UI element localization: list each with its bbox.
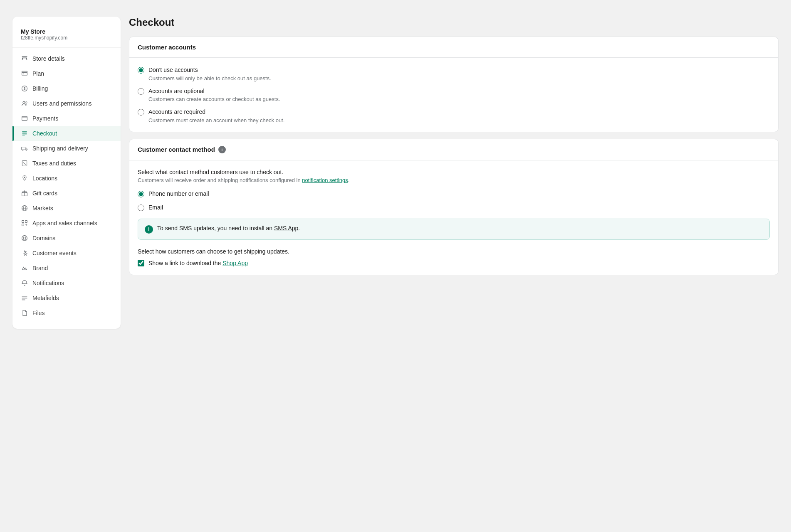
svg-point-18 [25, 164, 26, 165]
sms-app-link[interactable]: SMS App [274, 225, 298, 232]
store-url: f28ffe.myshopify.com [21, 35, 112, 41]
customer-contact-title: Customer contact method [138, 146, 215, 153]
brand-icon [21, 264, 28, 272]
svg-rect-28 [22, 224, 24, 226]
svg-point-13 [22, 150, 23, 150]
sidebar-item-payments[interactable]: Payments [12, 111, 121, 126]
sidebar-item-domains[interactable]: Domains [12, 231, 121, 246]
domains-icon [21, 234, 28, 242]
radio-option-required-accounts: Accounts are required Customers must cre… [138, 108, 770, 123]
metafields-icon [21, 294, 28, 302]
svg-rect-7 [22, 116, 27, 121]
sms-notice-box: i To send SMS updates, you need to insta… [138, 219, 770, 240]
radio-option-phone-email: Phone number or email [138, 190, 770, 198]
store-info: My Store f28ffe.myshopify.com [12, 25, 121, 48]
radio-email-only[interactable] [138, 204, 144, 211]
svg-point-5 [23, 101, 25, 103]
radio-option-no-accounts: Don't use accounts Customers will only b… [138, 66, 770, 81]
sidebar-item-gift-cards[interactable]: Gift cards [12, 186, 121, 201]
svg-rect-36 [22, 298, 27, 298]
radio-optional-accounts[interactable] [138, 88, 144, 95]
notification-settings-link[interactable]: notification settings [302, 177, 348, 183]
sidebar-item-billing[interactable]: $ Billing [12, 81, 121, 96]
sidebar-item-brand[interactable]: Brand [12, 261, 121, 276]
users-icon [21, 100, 28, 107]
sidebar-item-apps[interactable]: Apps and sales channels [12, 216, 121, 231]
radio-option-email-only: Email [138, 204, 770, 212]
sms-notice-text: To send SMS updates, you need to install… [157, 225, 300, 232]
files-icon [21, 309, 28, 317]
sidebar-label-gift-cards: Gift cards [32, 190, 57, 197]
sidebar-item-shipping[interactable]: Shipping and delivery [12, 141, 121, 156]
sidebar-label-domains: Domains [32, 235, 55, 241]
customer-accounts-card: Customer accounts Don't use accounts Cus… [129, 37, 779, 132]
svg-rect-11 [22, 135, 25, 136]
radio-no-accounts[interactable] [138, 67, 144, 74]
shipping-updates-label: Select how customers can choose to get s… [138, 248, 770, 255]
svg-rect-0 [22, 71, 27, 75]
svg-point-17 [23, 162, 24, 163]
sidebar-label-checkout: Checkout [32, 130, 57, 137]
svg-point-6 [25, 102, 27, 103]
sms-notice-icon: i [145, 225, 153, 234]
sidebar-label-shipping: Shipping and delivery [32, 145, 88, 152]
store-icon [21, 55, 28, 62]
shop-app-checkbox[interactable] [138, 260, 144, 266]
billing-icon: $ [21, 85, 28, 92]
shop-app-checkbox-option: Show a link to download the Shop App [138, 260, 770, 266]
svg-point-34 [24, 236, 26, 241]
customer-accounts-body: Don't use accounts Customers will only b… [129, 58, 778, 132]
svg-rect-37 [22, 299, 25, 300]
sidebar-item-checkout[interactable]: Checkout [12, 126, 121, 141]
radio-label-email-only: Email [148, 204, 163, 212]
shipping-icon [21, 145, 28, 152]
notifications-icon [21, 279, 28, 287]
page-title: Checkout [129, 17, 779, 28]
sidebar-item-locations[interactable]: Locations [12, 171, 121, 186]
sidebar-label-billing: Billing [32, 85, 48, 92]
sidebar-item-taxes[interactable]: Taxes and duties [12, 156, 121, 171]
customer-contact-header: Customer contact method i [129, 139, 778, 160]
contact-info-icon: i [218, 146, 226, 153]
sidebar-label-metafields: Metafields [32, 295, 59, 301]
customer-contact-card: Customer contact method i Select what co… [129, 139, 779, 275]
svg-rect-26 [22, 221, 24, 223]
svg-rect-12 [22, 147, 25, 150]
contact-subdescription: Customers will receive order and shippin… [138, 177, 770, 183]
store-name: My Store [21, 28, 112, 35]
plan-icon [21, 70, 28, 77]
contact-radio-group: Phone number or email Email [138, 190, 770, 212]
radio-desc-required-accounts: Customers must create an account when th… [148, 117, 284, 123]
sidebar-label-taxes: Taxes and duties [32, 160, 76, 167]
sidebar-item-notifications[interactable]: Notifications [12, 276, 121, 291]
radio-phone-email[interactable] [138, 191, 144, 197]
sidebar-item-store-details[interactable]: Store details [12, 51, 121, 66]
markets-icon [21, 204, 28, 212]
sidebar-item-customer-events[interactable]: Customer events [12, 246, 121, 261]
sidebar-item-users-permissions[interactable]: Users and permissions [12, 96, 121, 111]
shop-app-link[interactable]: Shop App [222, 260, 248, 266]
taxes-icon [21, 160, 28, 167]
sidebar-label-apps: Apps and sales channels [32, 220, 97, 227]
sidebar-item-metafields[interactable]: Metafields [12, 291, 121, 305]
sidebar-item-files[interactable]: Files [12, 305, 121, 320]
sidebar-item-markets[interactable]: Markets [12, 201, 121, 216]
events-icon [21, 249, 28, 257]
location-icon [21, 175, 28, 182]
svg-text:$: $ [24, 86, 26, 91]
payments-icon [21, 115, 28, 122]
gift-icon [21, 190, 28, 197]
radio-desc-no-accounts: Customers will only be able to check out… [148, 75, 271, 81]
sidebar-label-notifications: Notifications [32, 280, 64, 286]
svg-point-19 [24, 177, 25, 178]
sidebar-item-plan[interactable]: Plan [12, 66, 121, 81]
contact-title-row: Customer contact method i [138, 146, 770, 153]
checkout-icon [21, 130, 28, 137]
shop-app-label: Show a link to download the Shop App [148, 260, 248, 266]
sidebar-label-users: Users and permissions [32, 100, 91, 107]
sidebar-label-payments: Payments [32, 115, 58, 122]
radio-desc-optional-accounts: Customers can create accounts or checkou… [148, 96, 280, 102]
radio-required-accounts[interactable] [138, 109, 144, 116]
sidebar-label-customer-events: Customer events [32, 250, 77, 256]
svg-rect-15 [22, 161, 27, 166]
